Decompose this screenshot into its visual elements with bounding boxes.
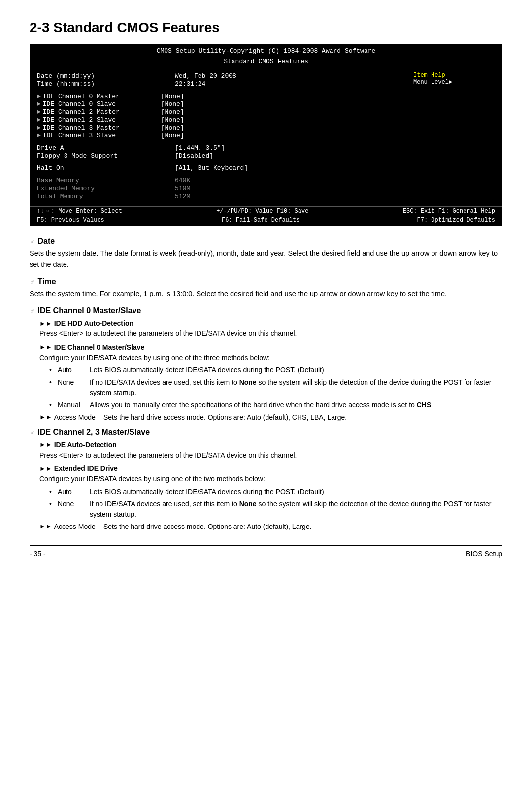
sub-heading-hdd-autodetect: ►► IDE HDD Auto-Detection xyxy=(39,319,502,327)
sub-arrow-icon: ►► xyxy=(39,441,52,448)
access-mode-row-ide23: ►► Access Mode Sets the hard drive acces… xyxy=(39,523,502,530)
section-date-text: Sets the system date. The date format is… xyxy=(30,248,502,270)
section-time-text: Sets the system time. For example, 1 p.m… xyxy=(30,288,502,299)
access-mode-label: ►► ►► Access Mode Access Mode xyxy=(39,413,103,421)
table-row: Date (mm:dd:yy) Wed, Feb 20 2008 xyxy=(37,72,401,80)
section-heading-time: ♂ Time xyxy=(30,277,502,286)
table-row: ► IDE Channel 2 Slave [None] xyxy=(37,116,401,124)
footer-page-number: - 35 - xyxy=(30,550,46,558)
access-mode-text-ide23: Sets the hard drive access mode. Options… xyxy=(103,523,312,530)
sub-text-ide23: Configure your IDE/SATA devices by using… xyxy=(39,473,502,484)
list-item: • Auto Lets BIOS automatically detect ID… xyxy=(49,487,502,497)
access-mode-label: ►► Access Mode xyxy=(39,523,103,530)
section-ide23: ♂ IDE Channel 2, 3 Master/Slave ►► IDE A… xyxy=(30,428,502,530)
table-row: Time (hh:mm:ss) 22:31:24 xyxy=(37,80,401,88)
sub-text-ide-autodetect: Press <Enter> to autodetect the paramete… xyxy=(39,450,502,461)
bios-footer-row1: ↑↓→←: Move Enter: Select +/-/PU/PD: Valu… xyxy=(30,206,502,216)
list-item: • None If no IDE/SATA devices are used, … xyxy=(49,377,502,398)
bios-header: CMOS Setup Utility-Copyright (C) 1984-20… xyxy=(30,45,502,68)
bios-body: Date (mm:dd:yy) Wed, Feb 20 2008 Time (h… xyxy=(30,68,502,206)
section-heading-ide0: ♂ IDE Channel 0 Master/Slave xyxy=(30,306,502,315)
section-arrow-icon: ♂ xyxy=(30,237,35,245)
item-help-title: Item Help xyxy=(413,72,497,79)
section-date: ♂ Date Sets the system date. The date fo… xyxy=(30,237,502,270)
sub-heading-extended-ide: ►► Extended IDE Drive xyxy=(39,464,502,472)
bios-screen: CMOS Setup Utility-Copyright (C) 1984-20… xyxy=(30,44,502,226)
bios-left-panel: Date (mm:dd:yy) Wed, Feb 20 2008 Time (h… xyxy=(30,69,408,206)
table-row: ► IDE Channel 3 Slave [None] xyxy=(37,132,401,139)
section-time: ♂ Time Sets the system time. For example… xyxy=(30,277,502,299)
sub-arrow-icon: ►► xyxy=(39,465,52,472)
table-row: ► IDE Channel 3 Master [None] xyxy=(37,124,401,132)
table-row: ► IDE Channel 2 Master [None] xyxy=(37,108,401,116)
table-row: Floppy 3 Mode Support [Disabled] xyxy=(37,152,401,160)
page-title: 2-3 Standard CMOS Features xyxy=(30,20,502,35)
access-mode-row-ide0: ►► ►► Access Mode Access Mode Sets the h… xyxy=(39,413,502,421)
list-item: • Manual Allows you to manually enter th… xyxy=(49,400,502,410)
bullet-list-ide23: • Auto Lets BIOS automatically detect ID… xyxy=(49,487,502,520)
sub-heading-ide-autodetect: ►► IDE Auto-Detection xyxy=(39,441,502,449)
table-row: ► IDE Channel 0 Slave [None] xyxy=(37,100,401,108)
table-row: Extended Memory 510M xyxy=(37,185,401,192)
table-row: Halt On [All, But Keyboard] xyxy=(37,165,401,172)
bios-footer-row2: F5: Previous Values F6: Fail-Safe Defaul… xyxy=(30,216,502,226)
sub-text-hdd-autodetect: Press <Enter> to autodetect the paramete… xyxy=(39,328,502,339)
footer-section-name: BIOS Setup xyxy=(466,550,502,558)
page-footer: - 35 - BIOS Setup xyxy=(30,545,502,558)
sub-arrow-icon: ►► xyxy=(39,320,52,327)
section-arrow-icon: ♂ xyxy=(30,278,35,286)
bios-right-panel: Item Help Menu Level► xyxy=(408,69,502,206)
bullet-list-ide0: • Auto Lets BIOS automatically detect ID… xyxy=(49,365,502,410)
section-arrow-icon: ♂ xyxy=(30,307,35,315)
table-row: Drive A [1.44M, 3.5"] xyxy=(37,144,401,152)
sub-arrow-icon: ►► xyxy=(39,343,52,351)
sub-heading-ide0-master-slave: ►► IDE Channel 0 Master/Slave xyxy=(39,343,502,351)
access-mode-text-ide0: Sets the hard drive access mode. Options… xyxy=(103,413,347,421)
sub-text-ide0: Configure your IDE/SATA devices by using… xyxy=(39,352,502,363)
section-ide0: ♂ IDE Channel 0 Master/Slave ►► IDE HDD … xyxy=(30,306,502,421)
list-item: • None If no IDE/SATA devices are used, … xyxy=(49,499,502,520)
item-help-text: Menu Level► xyxy=(413,79,497,86)
list-item: • Auto Lets BIOS automatically detect ID… xyxy=(49,365,502,375)
table-row: ► IDE Channel 0 Master [None] xyxy=(37,93,401,100)
table-row: Base Memory 640K xyxy=(37,177,401,184)
section-heading-ide23: ♂ IDE Channel 2, 3 Master/Slave xyxy=(30,428,502,437)
section-arrow-icon: ♂ xyxy=(30,428,35,436)
section-heading-date: ♂ Date xyxy=(30,237,502,246)
table-row: Total Memory 512M xyxy=(37,193,401,200)
